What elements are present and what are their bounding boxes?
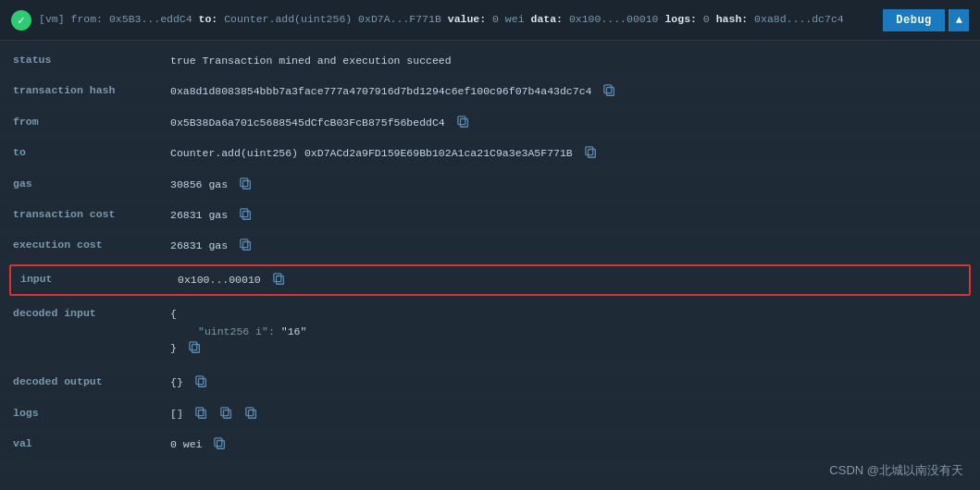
svg-rect-19	[196, 408, 204, 416]
label-transaction-hash: transaction hash	[13, 83, 170, 96]
vm-tag: [vm]	[39, 13, 65, 25]
row-decoded-input: decoded input { "uint256 i": "16" }	[0, 298, 980, 364]
row-decoded-output: decoded output {}	[0, 364, 980, 398]
svg-rect-0	[607, 88, 614, 96]
value-val: 0 wei	[170, 436, 967, 453]
value-gas: 30856 gas	[170, 177, 967, 193]
svg-rect-22	[248, 410, 255, 418]
value-decoded-output: {}	[170, 374, 967, 391]
copy-icon-logs-2[interactable]	[220, 407, 233, 420]
svg-rect-15	[190, 342, 197, 350]
label-logs: logs	[13, 406, 170, 419]
watermark: CSDN @北城以南没有天	[829, 462, 963, 479]
svg-rect-25	[215, 438, 222, 447]
json-key-val: "uint256 i": "16"	[170, 324, 967, 340]
value-from: 0x5B38Da6a701c5688545dCfcB03FcB875f56bed…	[170, 115, 967, 131]
svg-rect-20	[223, 410, 230, 418]
copy-icon-execution-cost[interactable]	[240, 239, 253, 251]
top-bar: [vm] from: 0x5B3...eddC4 to: Counter.add…	[0, 0, 980, 41]
value-status: true Transaction mined and execution suc…	[170, 53, 967, 69]
label-transaction-cost: transaction cost	[13, 207, 170, 220]
to-label: to:	[199, 13, 218, 25]
value-transaction-hash: 0xa8d1d8083854bbb7a3face777a4707916d7bd1…	[170, 83, 967, 100]
row-status: status true Transaction mined and execut…	[0, 46, 980, 77]
top-bar-info: [vm] from: 0x5B3...eddC4 to: Counter.add…	[39, 12, 844, 27]
row-transaction-cost: transaction cost 26831 gas	[0, 201, 980, 231]
svg-rect-2	[460, 118, 467, 127]
svg-rect-9	[241, 209, 248, 217]
label-input: input	[20, 272, 178, 285]
hash-value: 0xa8d....dc7c4	[754, 13, 844, 25]
debug-button[interactable]: Debug	[883, 9, 945, 31]
value-value: 0 wei	[492, 13, 525, 25]
label-execution-cost: execution cost	[13, 238, 170, 251]
svg-rect-10	[243, 242, 251, 251]
to-value: Counter.add(uint256) 0xD7A...F771B	[224, 13, 441, 25]
row-transaction-hash: transaction hash 0xa8d1d8083854bbb7a3fac…	[0, 77, 980, 107]
copy-icon-logs-3[interactable]	[245, 407, 258, 420]
svg-rect-4	[588, 150, 595, 158]
svg-rect-5	[586, 147, 593, 155]
json-close-brace: }	[170, 342, 177, 354]
copy-icon-gas[interactable]	[240, 178, 253, 190]
copy-icon-logs-1[interactable]	[195, 407, 208, 420]
svg-rect-23	[245, 408, 253, 416]
svg-rect-17	[196, 376, 204, 385]
svg-rect-7	[241, 178, 248, 186]
logs-value: 0	[703, 13, 710, 25]
from-value: 0x5B3...eddC4	[109, 13, 192, 25]
top-bar-left: [vm] from: 0x5B3...eddC4 to: Counter.add…	[11, 10, 883, 31]
svg-rect-12	[276, 276, 283, 284]
copy-icon-transaction-hash[interactable]	[603, 84, 616, 97]
row-gas: gas 30856 gas	[0, 170, 980, 201]
svg-rect-6	[243, 180, 251, 189]
row-execution-cost: execution cost 26831 gas	[0, 231, 980, 262]
label-gas: gas	[13, 177, 170, 190]
svg-rect-13	[274, 274, 281, 282]
row-to: to Counter.add(uint256) 0xD7ACd2a9FD159E…	[0, 139, 980, 169]
copy-icon-input[interactable]	[273, 273, 286, 286]
label-from: from	[13, 115, 170, 128]
copy-icon-transaction-cost[interactable]	[240, 208, 253, 221]
label-decoded-output: decoded output	[13, 374, 170, 387]
data-value: 0x100....00010	[569, 13, 659, 25]
row-input: input 0x100...00010	[9, 264, 971, 296]
copy-icon-decoded-input[interactable]	[189, 341, 202, 354]
json-open-brace: {	[170, 308, 177, 320]
value-to: Counter.add(uint256) 0xD7ACd2a9FD159E69B…	[170, 145, 967, 162]
svg-rect-11	[241, 239, 248, 248]
content-area: status true Transaction mined and execut…	[0, 41, 980, 490]
value-execution-cost: 26831 gas	[170, 238, 967, 254]
top-bar-right: Debug ▲	[883, 9, 969, 31]
svg-rect-21	[221, 408, 229, 416]
success-icon	[11, 10, 31, 31]
svg-rect-3	[458, 116, 465, 125]
copy-icon-from[interactable]	[457, 116, 470, 129]
svg-rect-16	[198, 379, 205, 387]
copy-icon-decoded-output[interactable]	[195, 375, 208, 388]
svg-rect-18	[198, 410, 205, 418]
label-status: status	[13, 53, 170, 66]
row-logs: logs []	[0, 399, 980, 430]
row-val: val 0 wei	[0, 430, 980, 460]
value-transaction-cost: 26831 gas	[170, 207, 967, 224]
copy-icon-val[interactable]	[214, 437, 227, 450]
label-decoded-input: decoded input	[13, 306, 170, 319]
value-decoded-input: { "uint256 i": "16" }	[170, 306, 967, 357]
value-label: value:	[448, 13, 486, 25]
svg-rect-1	[604, 85, 612, 93]
svg-rect-24	[217, 441, 225, 449]
chevron-button[interactable]: ▲	[949, 9, 969, 31]
row-from: from 0x5B38Da6a701c5688545dCfcB03FcB875f…	[0, 108, 980, 139]
data-label: data:	[530, 13, 563, 25]
value-input: 0x100...00010	[178, 272, 960, 288]
value-logs: []	[170, 406, 967, 423]
svg-rect-14	[192, 344, 199, 352]
logs-label: logs:	[664, 13, 697, 25]
svg-rect-8	[243, 211, 251, 219]
label-to: to	[13, 145, 170, 158]
label-val: val	[13, 436, 170, 449]
hash-label: hash:	[716, 13, 749, 25]
copy-icon-to[interactable]	[585, 146, 598, 159]
from-label-text: from:	[71, 13, 104, 25]
